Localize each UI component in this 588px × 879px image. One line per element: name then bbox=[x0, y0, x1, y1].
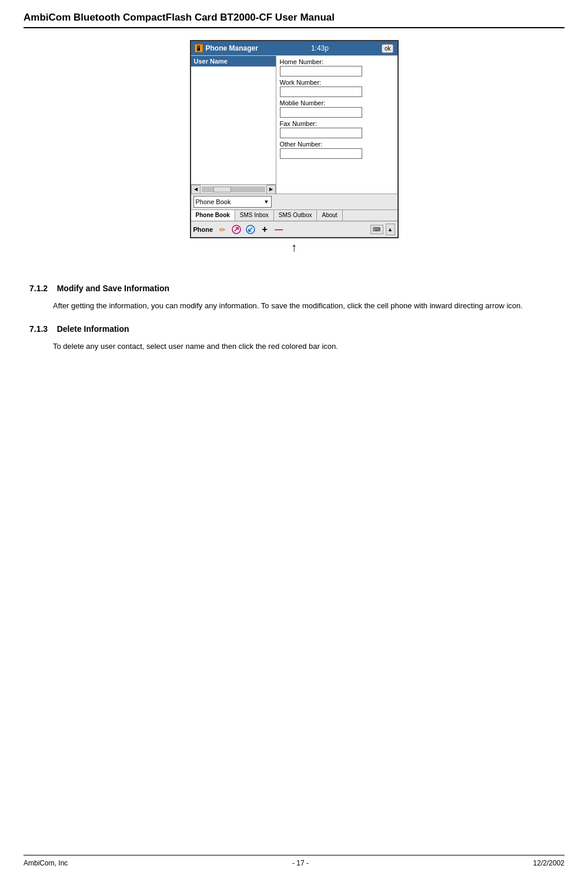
mobile-number-input[interactable] bbox=[280, 107, 362, 118]
page-footer: AmbiCom, Inc - 17 - 12/2/2002 bbox=[24, 855, 564, 867]
toolbar-label: Phone bbox=[193, 226, 213, 233]
right-panel: Home Number: Work Number: Moblie Number: bbox=[276, 56, 397, 194]
scroll-up-button[interactable]: ▲ bbox=[386, 224, 395, 235]
tab-phonebook[interactable]: Phone Book bbox=[191, 210, 235, 221]
home-number-label: Home Number: bbox=[280, 58, 394, 65]
title-bar-left: 📱 Phone Manager bbox=[195, 44, 258, 52]
scroll-right-arrow[interactable]: ▶ bbox=[266, 185, 276, 194]
tab-about[interactable]: About bbox=[317, 210, 342, 221]
ok-button[interactable]: ok bbox=[382, 44, 394, 53]
tabs-row: Phone Book SMS Inbox SMS Outbox About bbox=[191, 209, 397, 221]
footer-left: AmbiCom, Inc bbox=[24, 859, 68, 867]
section-712: 7.1.2 Modify and Save Information After … bbox=[29, 284, 559, 312]
keyboard-icon[interactable]: ⌨ bbox=[370, 225, 383, 234]
fax-number-input[interactable] bbox=[280, 128, 362, 138]
section-712-body: After getting the information, you can m… bbox=[29, 300, 559, 312]
section-713-number: 7.1.3 bbox=[29, 324, 48, 334]
phonebook-dropdown[interactable]: Phone Book ▼ bbox=[193, 196, 272, 208]
section-713: 7.1.3 Delete Information To delete any u… bbox=[29, 324, 559, 353]
window-title: Phone Manager bbox=[206, 44, 258, 52]
footer-right: 12/2/2002 bbox=[533, 859, 564, 867]
field-home: Home Number: bbox=[280, 58, 394, 76]
arrow-out-icon[interactable] bbox=[230, 224, 242, 235]
arrow-indicator: ↑ bbox=[291, 241, 297, 254]
add-icon[interactable]: + bbox=[259, 224, 270, 235]
work-number-label: Work Number: bbox=[280, 79, 394, 86]
delete-icon[interactable]: — bbox=[273, 224, 285, 235]
left-panel: User Name ◀ ▶ bbox=[191, 56, 276, 194]
field-fax: Fax Number: bbox=[280, 120, 394, 138]
arrow-in-icon[interactable] bbox=[245, 224, 256, 235]
horizontal-scrollbar[interactable]: ◀ ▶ bbox=[191, 184, 276, 194]
field-other: Other Number: bbox=[280, 141, 394, 159]
app-icon: 📱 bbox=[195, 44, 203, 52]
section-712-title: Modify and Save Information bbox=[57, 284, 169, 293]
page-header: AmbiCom Bluetooth CompactFlash Card BT20… bbox=[24, 12, 564, 28]
status-time: 1:43p bbox=[311, 44, 329, 52]
dropdown-value: Phone Book bbox=[196, 198, 231, 205]
mobile-number-label: Moblie Number: bbox=[280, 99, 394, 106]
field-work: Work Number: bbox=[280, 79, 394, 97]
footer-center: - 17 - bbox=[292, 859, 309, 867]
other-number-label: Other Number: bbox=[280, 141, 394, 148]
phone-manager-window: 📱 Phone Manager 1:43p ok User Name ◀ bbox=[190, 40, 399, 238]
body-text: 7.1.2 Modify and Save Information After … bbox=[24, 284, 564, 353]
svg-line-1 bbox=[235, 228, 238, 231]
dropdown-arrow-icon: ▼ bbox=[264, 199, 269, 205]
scroll-track[interactable] bbox=[202, 187, 265, 192]
tab-sms-inbox[interactable]: SMS Inbox bbox=[235, 210, 274, 221]
section-712-number: 7.1.2 bbox=[29, 284, 48, 293]
toolbar-row: Phone ✏ bbox=[191, 221, 397, 237]
svg-line-3 bbox=[249, 228, 252, 231]
work-number-input[interactable] bbox=[280, 86, 362, 97]
fax-number-label: Fax Number: bbox=[280, 120, 394, 127]
scroll-thumb bbox=[213, 187, 231, 192]
section-712-heading: 7.1.2 Modify and Save Information bbox=[29, 284, 559, 293]
edit-icon[interactable]: ✏ bbox=[216, 224, 228, 235]
user-list-area[interactable] bbox=[191, 66, 276, 184]
other-number-input[interactable] bbox=[280, 148, 362, 159]
section-713-title: Delete Information bbox=[57, 324, 129, 334]
screenshot-area: 📱 Phone Manager 1:43p ok User Name ◀ bbox=[24, 40, 564, 254]
section-713-heading: 7.1.3 Delete Information bbox=[29, 324, 559, 334]
scroll-left-arrow[interactable]: ◀ bbox=[191, 185, 201, 194]
field-mobile: Moblie Number: bbox=[280, 99, 394, 118]
home-number-input[interactable] bbox=[280, 66, 362, 76]
user-name-header: User Name bbox=[191, 56, 276, 66]
main-content: User Name ◀ ▶ Home Number bbox=[191, 55, 397, 194]
title-bar: 📱 Phone Manager 1:43p ok bbox=[191, 41, 397, 55]
section-713-body: To delete any user contact, select user … bbox=[29, 341, 559, 353]
page-title: AmbiCom Bluetooth CompactFlash Card BT20… bbox=[24, 12, 564, 24]
tab-sms-outbox[interactable]: SMS Outbox bbox=[274, 210, 318, 221]
